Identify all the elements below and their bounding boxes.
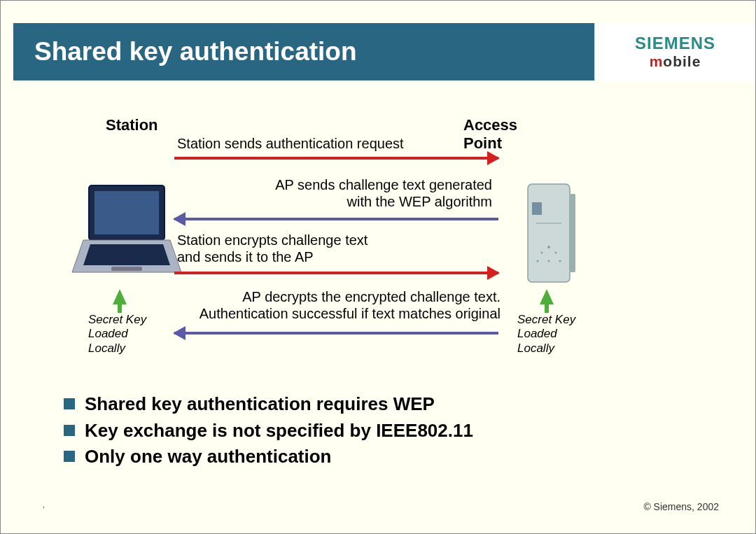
svg-point-9 bbox=[547, 246, 550, 248]
station-label: Station bbox=[106, 116, 158, 134]
svg-point-11 bbox=[555, 252, 557, 254]
logo-sub: mobile bbox=[650, 53, 701, 70]
svg-point-13 bbox=[559, 260, 561, 262]
svg-marker-3 bbox=[83, 244, 170, 265]
logo-brand: SIEMENS bbox=[635, 34, 715, 53]
arrow-right-icon bbox=[174, 157, 498, 160]
header-bar: Shared key authentication SIEMENS mobile bbox=[13, 23, 755, 80]
bullet-list: Shared key authentication requires WEP K… bbox=[64, 391, 713, 470]
secret-key-caption-station: Secret Key Loaded Locally bbox=[88, 313, 146, 356]
msg-4: AP decrypts the encrypted challenge text… bbox=[184, 288, 500, 322]
svg-rect-1 bbox=[94, 191, 159, 234]
msg-1: Station sends authentication request bbox=[177, 135, 492, 152]
slide: Shared key authentication SIEMENS mobile… bbox=[0, 0, 756, 534]
arrow-left-icon bbox=[174, 218, 498, 220]
msg-2: AP sends challenge text generated with t… bbox=[184, 176, 492, 210]
svg-rect-5 bbox=[528, 184, 570, 282]
up-arrow-icon bbox=[113, 289, 127, 304]
list-item: Only one way authentication bbox=[64, 444, 713, 470]
list-item: Key exchange is not specified by IEEE802… bbox=[64, 418, 713, 444]
footer: , © Siemens, 2002 bbox=[43, 501, 719, 512]
svg-point-10 bbox=[541, 252, 543, 254]
svg-rect-4 bbox=[111, 267, 142, 271]
siemens-logo: SIEMENS mobile bbox=[594, 23, 755, 80]
up-arrow-icon bbox=[540, 289, 554, 304]
svg-point-12 bbox=[537, 260, 539, 262]
msg-3: Station encrypts challenge text and send… bbox=[177, 232, 492, 265]
footer-copyright: © Siemens, 2002 bbox=[643, 501, 719, 512]
svg-rect-7 bbox=[532, 202, 542, 215]
svg-point-14 bbox=[548, 260, 550, 262]
arrow-left-icon bbox=[174, 332, 498, 335]
secret-key-caption-ap: Secret Key Loaded Locally bbox=[517, 313, 575, 356]
footer-left: , bbox=[43, 501, 45, 512]
list-item: Shared key authentication requires WEP bbox=[64, 391, 713, 418]
laptop-icon bbox=[71, 183, 183, 283]
title-box: Shared key authentication bbox=[13, 23, 594, 80]
slide-title: Shared key authentication bbox=[34, 37, 357, 66]
svg-rect-6 bbox=[570, 194, 575, 272]
access-point-icon bbox=[524, 183, 578, 290]
arrow-right-icon bbox=[174, 272, 498, 274]
auth-diagram: Station Access Point bbox=[74, 116, 655, 368]
